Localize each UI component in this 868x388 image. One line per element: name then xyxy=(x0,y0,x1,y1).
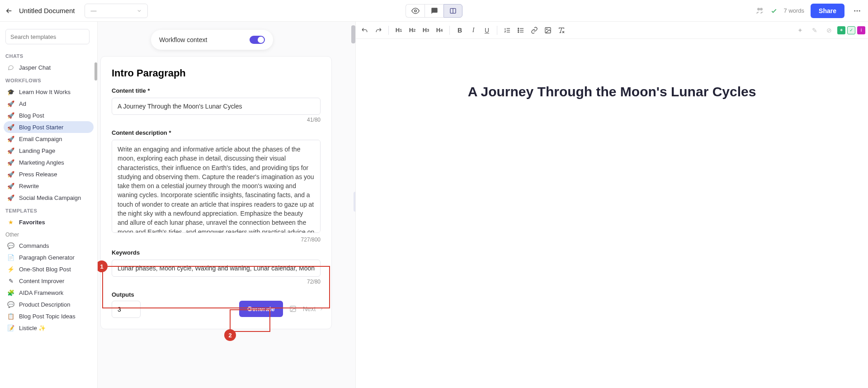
sidebar-item-label: Commands xyxy=(19,242,49,249)
status-chip-pink[interactable]: i xyxy=(857,26,865,34)
sidebar-item-landing-page[interactable]: 🚀Landing Page xyxy=(4,145,94,156)
sidebar-item-label: AIDA Framework xyxy=(19,289,63,296)
wand-icon: ✎ xyxy=(7,277,14,284)
rocket-icon: 🚀 xyxy=(7,170,14,178)
split-mode-button[interactable] xyxy=(443,4,462,18)
content-description-label: Content description * xyxy=(112,129,321,136)
svg-point-6 xyxy=(291,308,292,308)
sidebar-item-blog-topic-ideas[interactable]: 📋Blog Post Topic Ideas xyxy=(4,310,94,322)
workflow-context-toggle-pill: Workflow context xyxy=(151,30,273,50)
rocket-icon: 🚀 xyxy=(7,182,14,189)
link-button[interactable] xyxy=(528,24,541,37)
sidebar-item-rewrite[interactable]: 🚀Rewrite xyxy=(4,180,94,192)
command-icon: 💬 xyxy=(7,242,14,249)
image-button[interactable] xyxy=(542,24,554,37)
back-button[interactable] xyxy=(5,6,14,15)
rocket-icon: 🚀 xyxy=(7,194,14,201)
ai-tool-2-button[interactable]: ✎ xyxy=(808,24,821,37)
content-title-label: Content title * xyxy=(112,87,321,94)
sidebar-item-ad[interactable]: 🚀Ad xyxy=(4,98,94,109)
heading3-button[interactable]: H3 xyxy=(420,24,432,37)
rocket-icon: 🚀 xyxy=(7,135,14,142)
svg-point-2 xyxy=(854,10,855,11)
content-description-textarea[interactable] xyxy=(112,140,321,233)
collaborators-icon[interactable] xyxy=(756,7,764,15)
sidebar-item-label: Marketing Angles xyxy=(19,159,64,166)
sidebar-item-label: Favorites xyxy=(19,219,45,226)
workflow-context-label: Workflow context xyxy=(159,36,207,43)
svg-point-0 xyxy=(414,9,416,12)
workflow-scrollbar-thumb[interactable] xyxy=(351,25,355,43)
sidebar-item-social-media[interactable]: 🚀Social Media Campaign xyxy=(4,192,94,203)
italic-button[interactable]: I xyxy=(467,24,480,37)
bold-button[interactable]: B xyxy=(453,24,466,37)
image-output-icon[interactable] xyxy=(289,305,297,312)
svg-point-15 xyxy=(518,32,519,33)
editor-panel: H1 H2 H3 H4 B I U ✦ ✎ ⊘ ✶ ✓ i A Jour xyxy=(355,22,868,388)
ai-tool-3-button[interactable]: ⊘ xyxy=(823,24,835,37)
document-type-dropdown[interactable]: — xyxy=(85,4,148,18)
section-workflows: WORKFLOWS xyxy=(4,73,94,86)
sidebar-item-label: Ad xyxy=(19,100,26,107)
heading1-button[interactable]: H1 xyxy=(392,24,405,37)
sidebar-item-marketing-angles[interactable]: 🚀Marketing Angles xyxy=(4,156,94,168)
heading2-button[interactable]: H2 xyxy=(406,24,419,37)
sidebar-item-blog-post-starter[interactable]: 🚀Blog Post Starter xyxy=(4,121,94,133)
undo-button[interactable] xyxy=(359,24,371,37)
sidebar-item-email-campaign[interactable]: 🚀Email Campaign xyxy=(4,133,94,145)
editor-toolbar: H1 H2 H3 H4 B I U ✦ ✎ ⊘ ✶ ✓ i xyxy=(356,22,868,39)
next-button[interactable]: Next xyxy=(303,305,324,312)
outputs-label: Outputs xyxy=(112,291,321,298)
keywords-input[interactable] xyxy=(112,260,321,277)
sidebar-item-favorites[interactable]: ★Favorites xyxy=(4,216,94,228)
search-templates-input[interactable] xyxy=(5,29,90,44)
sidebar-item-listicle[interactable]: 📝Listicle ✨ xyxy=(4,322,94,334)
status-chip-green[interactable]: ✶ xyxy=(837,26,845,34)
workflow-context-toggle[interactable] xyxy=(250,36,265,44)
star-icon: ★ xyxy=(7,218,14,226)
sidebar-scrollbar[interactable] xyxy=(94,22,97,388)
rocket-icon: 🚀 xyxy=(7,147,14,154)
keywords-label: Keywords xyxy=(112,249,321,256)
sidebar-item-blog-post[interactable]: 🚀Blog Post xyxy=(4,109,94,121)
eye-icon xyxy=(411,7,420,15)
sidebar-item-label: Rewrite xyxy=(19,183,39,189)
heading4-button[interactable]: H4 xyxy=(433,24,446,37)
ordered-list-button[interactable] xyxy=(501,24,514,37)
sidebar-item-label: Product Description xyxy=(19,301,70,308)
outputs-input[interactable] xyxy=(112,301,141,318)
status-chip-outline[interactable]: ✓ xyxy=(847,26,855,34)
document-title[interactable]: Untitled Document xyxy=(19,7,75,14)
dropdown-label: — xyxy=(90,7,96,14)
chat-mode-button[interactable] xyxy=(425,4,443,18)
sidebar-item-commands[interactable]: 💬Commands xyxy=(4,240,94,251)
ai-tool-1-button[interactable]: ✦ xyxy=(794,24,807,37)
sidebar-item-label: One-Shot Blog Post xyxy=(19,266,71,273)
sidebar-item-aida[interactable]: 🧩AIDA Framework xyxy=(4,287,94,298)
content-description-counter: 727/800 xyxy=(112,237,321,243)
sidebar-item-product-description[interactable]: 💬Product Description xyxy=(4,298,94,310)
underline-button[interactable]: U xyxy=(481,24,493,37)
sidebar-item-paragraph-generator[interactable]: 📄Paragraph Generator xyxy=(4,251,94,263)
clear-formatting-button[interactable] xyxy=(555,24,568,37)
content-title-input[interactable] xyxy=(112,98,321,115)
sidebar-item-learn[interactable]: 🎓Learn How It Works xyxy=(4,86,94,98)
document-heading[interactable]: A Journey Through the Moon's Lunar Cycle… xyxy=(378,84,845,99)
editor-body[interactable]: A Journey Through the Moon's Lunar Cycle… xyxy=(356,39,868,145)
preview-mode-button[interactable] xyxy=(406,4,425,18)
sidebar-item-content-improver[interactable]: ✎Content Improver xyxy=(4,275,94,287)
sidebar-item-one-shot-blog[interactable]: ⚡One-Shot Blog Post xyxy=(4,263,94,275)
sidebar-item-press-release[interactable]: 🚀Press Release xyxy=(4,168,94,180)
sidebar-item-label: Content Improver xyxy=(19,278,64,284)
sidebar-item-label: Press Release xyxy=(19,171,57,178)
svg-point-4 xyxy=(859,10,860,11)
rocket-icon: 🚀 xyxy=(7,159,14,166)
more-menu-button[interactable] xyxy=(851,5,863,17)
content-title-counter: 41/80 xyxy=(112,117,321,123)
generate-button[interactable]: Generate xyxy=(239,301,283,317)
sidebar-item-jasper-chat[interactable]: Jasper Chat xyxy=(4,62,94,73)
sidebar-item-label: Blog Post xyxy=(19,112,44,119)
unordered-list-button[interactable] xyxy=(514,24,527,37)
redo-button[interactable] xyxy=(372,24,385,37)
share-button[interactable]: Share xyxy=(811,4,844,18)
